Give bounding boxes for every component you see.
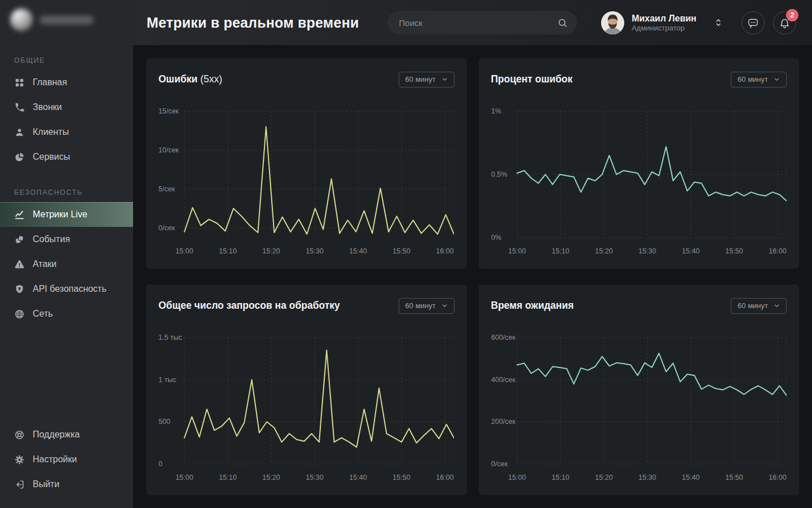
svg-text:15:40: 15:40 (682, 247, 699, 255)
notifications-button[interactable]: 2 (773, 11, 796, 34)
line-chart-wait-time: 600/сек400/сек200/сек0/сек15:0015:1015:2… (491, 326, 787, 485)
svg-text:16:00: 16:00 (769, 247, 786, 255)
gear-icon (14, 454, 25, 465)
svg-text:500: 500 (158, 418, 170, 426)
svg-text:0,5%: 0,5% (491, 170, 508, 178)
sidebar-item-metrics-live[interactable]: Метрики Live (0, 202, 133, 227)
svg-text:5/сек: 5/сек (158, 185, 175, 193)
svg-text:0/сек: 0/сек (158, 224, 175, 232)
grid-icon (14, 77, 25, 88)
sidebar-item-calls[interactable]: Звонки (0, 95, 133, 120)
svg-text:15:00: 15:00 (175, 474, 193, 481)
sidebar-item-events[interactable]: События (0, 227, 133, 252)
svg-text:0%: 0% (491, 234, 501, 242)
lifebuoy-icon (14, 430, 25, 440)
svg-text:16:00: 16:00 (436, 247, 453, 255)
sidebar-item-label: Выйти (33, 479, 59, 489)
svg-text:16:00: 16:00 (436, 474, 453, 481)
user-name: Михаил Левин (632, 13, 696, 24)
sidebar-item-label: События (33, 234, 70, 244)
svg-text:15:10: 15:10 (219, 474, 236, 481)
time-range-select[interactable]: 60 минут (731, 298, 787, 314)
svg-text:15:00: 15:00 (508, 247, 526, 255)
time-range-select[interactable]: 60 минут (399, 72, 454, 87)
svg-text:1 тыс: 1 тыс (158, 376, 176, 384)
copy-icon (14, 234, 25, 245)
svg-text:600/сек: 600/сек (491, 334, 516, 341)
chat-bubble-icon (747, 17, 759, 29)
svg-text:15:30: 15:30 (638, 247, 656, 255)
svg-text:15:20: 15:20 (262, 247, 280, 255)
user-block[interactable]: Михаил Левин Администратор (601, 11, 696, 34)
svg-text:15:20: 15:20 (595, 474, 612, 481)
svg-text:15:40: 15:40 (682, 474, 699, 481)
header: Метрики в реальном времени Михаил Л (133, 0, 812, 45)
chevron-down-icon (773, 76, 780, 83)
svg-text:15:20: 15:20 (595, 247, 612, 255)
sidebar-item-label: API безопасность (33, 284, 107, 294)
panel-title: Процент ошибок (491, 72, 573, 85)
sidebar-item-home[interactable]: Главная (0, 70, 133, 95)
svg-text:15:10: 15:10 (219, 247, 236, 255)
search-icon (557, 17, 568, 28)
svg-text:16:00: 16:00 (769, 474, 786, 481)
logo (0, 0, 133, 37)
chevron-down-icon (441, 302, 448, 309)
svg-text:1%: 1% (491, 107, 501, 115)
chart-panel-wait-time: Время ожидания 60 минут 600/сек400/сек20… (479, 284, 800, 495)
panel-title: Общее число запросов на обработку (158, 298, 340, 312)
time-range-select[interactable]: 60 минут (731, 72, 787, 87)
time-range-select[interactable]: 60 минут (399, 298, 454, 314)
svg-text:200/сек: 200/сек (491, 418, 516, 426)
line-chart-error-rate: 1%0,5%0%15:0015:1015:2015:3015:4015:5016… (491, 100, 787, 259)
sidebar-item-label: Сервисы (33, 152, 70, 162)
messages-button[interactable] (742, 11, 765, 34)
sidebar-item-label: Сеть (33, 309, 53, 319)
sidebar-item-label: Клиенты (33, 127, 69, 137)
search-box[interactable] (387, 11, 577, 34)
svg-text:15:40: 15:40 (349, 474, 367, 481)
avatar-illustration (601, 11, 624, 34)
page-title: Метрики в реальном времени (147, 15, 359, 31)
svg-text:15:40: 15:40 (349, 247, 367, 255)
sidebar-item-settings[interactable]: Настройки (0, 447, 133, 472)
sidebar-item-clients[interactable]: Клиенты (0, 120, 133, 144)
sidebar-section-security: БЕЗОПАСНОСТЬ (0, 169, 133, 202)
svg-text:15:00: 15:00 (175, 247, 193, 255)
svg-text:15:30: 15:30 (306, 474, 323, 481)
app-window: ОБЩИЕ Главная Звонки Клиенты Сервисы БЕЗ… (0, 0, 812, 508)
svg-text:0/сек: 0/сек (491, 460, 508, 468)
line-chart-total-requests: 1.5 тыс1 тыс500015:0015:1015:2015:3015:4… (158, 326, 454, 485)
sidebar-item-label: Поддержка (33, 430, 80, 440)
panel-title: Время ожидания (491, 298, 574, 312)
chart-panel-error-rate: Процент ошибок 60 минут 1%0,5%0%15:0015:… (479, 58, 800, 269)
chart-panel-errors-5xx: Ошибки (5xx) 60 минут 15/сек10/сек5/сек0… (146, 58, 467, 269)
logo-mark-blurred (10, 8, 33, 31)
line-chart-errors-5xx: 15/сек10/сек5/сек0/сек15:0015:1015:2015:… (158, 100, 454, 259)
logout-icon (14, 479, 25, 490)
svg-text:15/сек: 15/сек (158, 107, 179, 115)
avatar[interactable] (601, 11, 624, 34)
sidebar-item-network[interactable]: Сеть (0, 301, 133, 326)
sidebar-footer: Поддержка Настройки Выйти (0, 422, 133, 508)
sidebar-item-logout[interactable]: Выйти (0, 472, 133, 497)
chevrons-up-down-icon[interactable] (713, 15, 723, 30)
sidebar-nav-security: Метрики Live События Атаки API безопасно… (0, 202, 133, 326)
svg-text:15:50: 15:50 (392, 247, 410, 255)
sidebar-item-attacks[interactable]: Атаки (0, 252, 133, 277)
user-icon (14, 127, 25, 138)
search-input[interactable] (398, 17, 557, 28)
sidebar-item-services[interactable]: Сервисы (0, 144, 133, 169)
svg-text:10/сек: 10/сек (158, 146, 179, 154)
sidebar-item-label: Метрики Live (33, 209, 87, 220)
pie-chart-icon (14, 152, 25, 163)
svg-text:15:20: 15:20 (262, 474, 280, 481)
svg-text:15:10: 15:10 (551, 247, 569, 255)
line-chart-icon (14, 209, 25, 220)
sidebar-item-support[interactable]: Поддержка (0, 422, 133, 447)
panel-title: Ошибки (5xx) (158, 72, 222, 85)
svg-text:15:50: 15:50 (725, 474, 743, 481)
main-area: Метрики в реальном времени Михаил Л (133, 0, 812, 508)
logo-wordmark-blurred (39, 16, 94, 24)
sidebar-item-api-security[interactable]: API безопасность (0, 277, 133, 301)
